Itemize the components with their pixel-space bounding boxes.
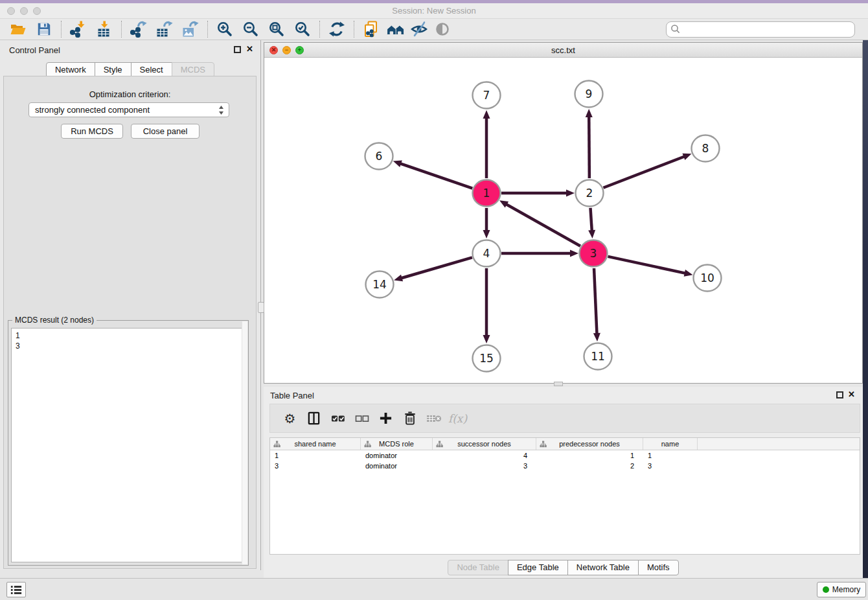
- open-file-button[interactable]: [5, 19, 31, 39]
- table-panel-header: Table Panel ✕: [264, 387, 863, 402]
- result-scrollbar[interactable]: [242, 321, 247, 564]
- table-row[interactable]: 1dominator411: [270, 450, 860, 461]
- column-header-successor-nodes[interactable]: successor nodes: [433, 438, 536, 450]
- network-canvas[interactable]: 1234678910111415: [264, 58, 862, 383]
- horizontal-splitter-handle[interactable]: [554, 382, 563, 386]
- column-visibility-button[interactable]: [302, 408, 326, 429]
- optimization-criterion-label: Optimization criterion:: [4, 89, 256, 99]
- graph-node-8[interactable]: 8: [692, 135, 720, 162]
- toolbar-separator: [207, 21, 208, 38]
- search-field[interactable]: [666, 21, 855, 38]
- close-table-panel-icon[interactable]: ✕: [848, 389, 855, 400]
- float-table-panel-icon[interactable]: [836, 391, 843, 398]
- delete-column-button[interactable]: [398, 408, 422, 429]
- graph-node-10[interactable]: 10: [694, 265, 722, 292]
- edge-4-14[interactable]: [401, 257, 472, 278]
- edge-3-11[interactable]: [594, 268, 597, 334]
- delete-table-button[interactable]: [422, 408, 446, 429]
- column-header-shared-name[interactable]: shared name: [270, 438, 361, 450]
- edge-2-3[interactable]: [590, 208, 591, 231]
- column-header-name[interactable]: name: [643, 438, 698, 450]
- fx-icon: f(x): [448, 412, 467, 425]
- graph-node-2[interactable]: 2: [576, 180, 604, 207]
- close-panel-icon[interactable]: ✕: [246, 44, 253, 54]
- edge-1-6[interactable]: [400, 163, 472, 188]
- cell-shared-name[interactable]: 3: [270, 461, 361, 471]
- tab-node-table[interactable]: Node Table: [448, 560, 508, 575]
- node-table-header[interactable]: shared nameMCDS rolesuccessor nodesprede…: [270, 438, 860, 450]
- export-image-button[interactable]: [177, 19, 203, 39]
- edge-3-10[interactable]: [608, 257, 685, 273]
- cell-predecessor-nodes[interactable]: 2: [536, 461, 643, 471]
- column-header-MCDS-role[interactable]: MCDS role: [361, 438, 433, 450]
- select-all-rows-button[interactable]: [326, 408, 350, 429]
- import-network-button[interactable]: [65, 19, 91, 39]
- cell-name[interactable]: 1: [643, 450, 698, 461]
- cell-successor-nodes[interactable]: 4: [433, 450, 536, 461]
- float-panel-icon[interactable]: [234, 46, 241, 53]
- cell-predecessor-nodes[interactable]: 1: [536, 450, 643, 461]
- network-graph[interactable]: 1234678910111415: [264, 58, 862, 384]
- graph-node-7[interactable]: 7: [473, 82, 501, 109]
- toolbar-separator: [354, 21, 354, 38]
- mcds-result-text[interactable]: 1 3: [11, 328, 246, 562]
- title-bar: Session: New Session: [0, 3, 868, 19]
- graph-node-1[interactable]: 1: [473, 180, 501, 207]
- run-mcds-button[interactable]: Run MCDS: [61, 124, 123, 139]
- save-session-button[interactable]: [31, 19, 57, 39]
- function-builder-button[interactable]: f(x): [446, 408, 470, 429]
- cell-MCDS-role[interactable]: dominator: [361, 450, 433, 461]
- criterion-select[interactable]: strongly connected component: [29, 102, 229, 117]
- show-all-button[interactable]: [431, 19, 454, 39]
- graph-node-4[interactable]: 4: [473, 240, 501, 267]
- refresh-view-button[interactable]: [324, 19, 350, 39]
- cell-name[interactable]: 3: [643, 461, 698, 471]
- table-row[interactable]: 3dominator323: [270, 461, 860, 471]
- edge-3-1[interactable]: [506, 204, 580, 246]
- table-options-button[interactable]: ⚙: [278, 408, 302, 429]
- cell-shared-name[interactable]: 1: [270, 450, 361, 461]
- task-history-button[interactable]: [6, 582, 26, 597]
- add-column-button[interactable]: [374, 408, 398, 429]
- graph-node-9[interactable]: 9: [575, 81, 603, 108]
- zoom-in-button[interactable]: [212, 19, 238, 39]
- node-table-rows[interactable]: 1dominator4113dominator323: [270, 450, 860, 471]
- zoom-fit-icon: [268, 21, 285, 38]
- vertical-splitter-handle[interactable]: [258, 302, 264, 313]
- tab-network-table[interactable]: Network Table: [567, 560, 639, 575]
- network-view-window: ✕ − + scc.txt 1234678910111415: [264, 42, 863, 384]
- column-header-filler: [698, 438, 860, 450]
- export-network-button[interactable]: [126, 19, 152, 39]
- zoom-out-button[interactable]: [238, 19, 264, 39]
- toolbar-separator: [319, 21, 320, 38]
- clone-network-button[interactable]: [358, 19, 384, 39]
- criterion-selected-value: strongly connected component: [35, 105, 150, 115]
- graph-node-6[interactable]: 6: [365, 143, 393, 170]
- import-table-button[interactable]: [91, 19, 117, 39]
- node-table[interactable]: shared nameMCDS rolesuccessor nodesprede…: [269, 437, 860, 555]
- deselect-all-rows-button[interactable]: [350, 408, 374, 429]
- tab-motifs[interactable]: Motifs: [638, 560, 679, 575]
- graph-node-11[interactable]: 11: [584, 343, 612, 370]
- graph-node-15[interactable]: 15: [473, 345, 501, 372]
- svg-text:6: 6: [376, 150, 383, 163]
- network-overview-button[interactable]: [384, 19, 407, 39]
- edge-2-8[interactable]: [603, 156, 685, 187]
- edge-2-9[interactable]: [589, 116, 589, 178]
- memory-button[interactable]: Memory: [817, 582, 866, 597]
- svg-text:10: 10: [700, 271, 714, 284]
- tab-edge-table[interactable]: Edge Table: [508, 560, 568, 575]
- zoom-fit-button[interactable]: [264, 19, 290, 39]
- close-panel-button[interactable]: Close panel: [131, 124, 200, 139]
- zoom-selected-button[interactable]: [290, 19, 315, 39]
- svg-text:11: 11: [591, 350, 605, 363]
- column-header-predecessor-nodes[interactable]: predecessor nodes: [536, 438, 643, 450]
- graph-node-14[interactable]: 14: [366, 271, 394, 298]
- cell-successor-nodes[interactable]: 3: [433, 461, 536, 471]
- export-table-button[interactable]: [152, 19, 177, 39]
- graph-node-3[interactable]: 3: [580, 240, 608, 267]
- hide-selected-button[interactable]: [407, 19, 431, 39]
- network-window-titlebar[interactable]: ✕ − + scc.txt: [264, 43, 862, 58]
- cell-MCDS-role[interactable]: dominator: [361, 461, 433, 471]
- search-input[interactable]: [681, 23, 854, 36]
